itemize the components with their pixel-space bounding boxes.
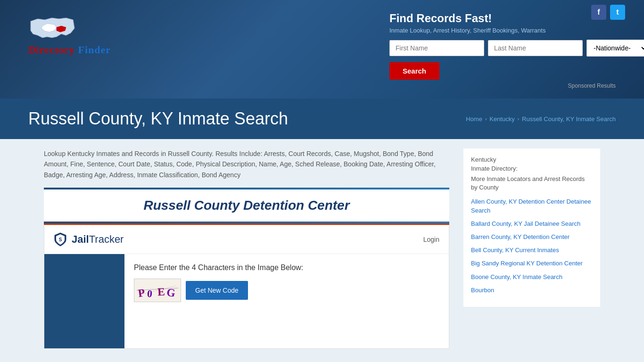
- breadcrumb-sep-2: ›: [518, 116, 519, 122]
- sidebar-link-bell: Bell County, KY Current Inmates: [471, 246, 593, 255]
- page-title: Russell County, KY Inmate Search: [28, 109, 288, 129]
- header: Directory Finder Find Records Fast! Inma…: [0, 0, 644, 99]
- captcha-image: P 0 E G: [134, 279, 181, 302]
- last-name-input[interactable]: [488, 40, 583, 56]
- sidebar-link-big-text[interactable]: Big Sandy Regional KY Detention Center: [471, 259, 593, 268]
- sidebar-link-bourbon-text[interactable]: Bourbon: [471, 286, 593, 295]
- captcha-row: P 0 E G Get New Code: [134, 279, 439, 302]
- sidebar-link-boone: Boone County, KY Inmate Search: [471, 273, 593, 281]
- breadcrumb: Home › Kentucky › Russell County, KY Inm…: [466, 115, 616, 123]
- twitter-icon[interactable]: t: [610, 5, 625, 20]
- page-title-bar: Russell County, KY Inmate Search Home › …: [0, 99, 644, 139]
- sidebar-link-boone-text[interactable]: Boone County, KY Inmate Search: [471, 273, 593, 281]
- content-left: Lookup Kentucky Inmates and Records in R…: [44, 148, 449, 349]
- sidebar-link-allen-text[interactable]: Allen County, KY Detention Center Detain…: [471, 197, 593, 214]
- logo-text: Directory Finder: [28, 44, 111, 56]
- first-name-input[interactable]: [389, 40, 484, 56]
- jailtracker-shield-icon: S: [54, 232, 67, 247]
- svg-text:G: G: [166, 286, 177, 299]
- search-area: Find Records Fast! Inmate Lookup, Arrest…: [389, 9, 616, 89]
- logo-finder: Finder: [78, 44, 111, 56]
- sidebar-link-bell-text[interactable]: Bell County, KY Current Inmates: [471, 246, 593, 255]
- svg-text:E: E: [157, 286, 166, 298]
- jailtracker-jail: Jail: [72, 233, 89, 245]
- sidebar-link-big: Big Sandy Regional KY Detention Center: [471, 259, 593, 268]
- logo-area: Directory Finder: [28, 9, 111, 56]
- logo-container: Directory Finder: [28, 14, 111, 56]
- sidebar-link-barren-text[interactable]: Barren County, KY Detention Center: [471, 233, 593, 241]
- get-new-code-button[interactable]: Get New Code: [186, 281, 248, 300]
- sidebar-state-title: Kentucky: [471, 156, 593, 163]
- logo-directory: Directory: [28, 44, 75, 56]
- facebook-icon[interactable]: f: [591, 5, 606, 20]
- svg-text:S: S: [59, 237, 62, 242]
- jailtracker-body: Please Enter the 4 Characters in the Ima…: [44, 254, 449, 348]
- captcha-area: Please Enter the 4 Characters in the Ima…: [124, 254, 449, 348]
- jailtracker-logo: S JailTracker: [54, 232, 124, 247]
- sidebar-section: Kentucky Inmate Directory: More Inmate L…: [463, 148, 600, 307]
- jailtracker-tracker: Tracker: [89, 233, 124, 245]
- captcha-label: Please Enter the 4 Characters in the Ima…: [134, 263, 439, 272]
- jailtracker-header: S JailTracker Login: [44, 225, 449, 254]
- sidebar-link-bourbon: Bourbon: [471, 286, 593, 295]
- main-content: Lookup Kentucky Inmates and Records in R…: [16, 139, 628, 358]
- usa-map-icon: [28, 14, 75, 42]
- sponsored-text: Sponsored Results: [389, 82, 616, 89]
- sidebar-link-ballard-text[interactable]: Ballard County, KY Jail Detainee Search: [471, 220, 593, 228]
- find-records-title: Find Records Fast!: [389, 12, 616, 25]
- jailtracker-section: S JailTracker Login Please Enter the 4 C…: [44, 225, 449, 349]
- sidebar-right: Kentucky Inmate Directory: More Inmate L…: [463, 148, 600, 349]
- find-records-subtitle: Inmate Lookup, Arrest History, Sheriff B…: [389, 27, 616, 34]
- breadcrumb-state[interactable]: Kentucky: [489, 115, 514, 123]
- blue-sidebar: [44, 254, 124, 348]
- search-button[interactable]: Search: [389, 62, 439, 80]
- search-form: -Nationwide-: [389, 40, 616, 57]
- sidebar-links: Allen County, KY Detention Center Detain…: [471, 197, 593, 295]
- sidebar-link-barren: Barren County, KY Detention Center: [471, 233, 593, 241]
- login-link[interactable]: Login: [423, 236, 439, 243]
- svg-text:0: 0: [147, 288, 154, 300]
- breadcrumb-current[interactable]: Russell County, KY Inmate Search: [522, 115, 616, 123]
- breadcrumb-sep-1: ›: [485, 116, 487, 122]
- detention-center-title: Russell County Detention Center: [44, 189, 449, 222]
- captcha-svg: P 0 E G: [134, 279, 181, 302]
- sidebar-link-allen: Allen County, KY Detention Center Detain…: [471, 197, 593, 214]
- sidebar-directory-label: Inmate Directory:: [471, 165, 593, 172]
- detention-center-block: Russell County Detention Center: [44, 189, 449, 222]
- sidebar-more-label: More Inmate Locators and Arrest Records …: [471, 175, 593, 192]
- description-text: Lookup Kentucky Inmates and Records in R…: [44, 148, 449, 180]
- nationwide-select[interactable]: -Nationwide-: [586, 40, 644, 57]
- sidebar-link-ballard: Ballard County, KY Jail Detainee Search: [471, 220, 593, 228]
- svg-text:P: P: [137, 286, 147, 299]
- breadcrumb-home[interactable]: Home: [466, 115, 482, 123]
